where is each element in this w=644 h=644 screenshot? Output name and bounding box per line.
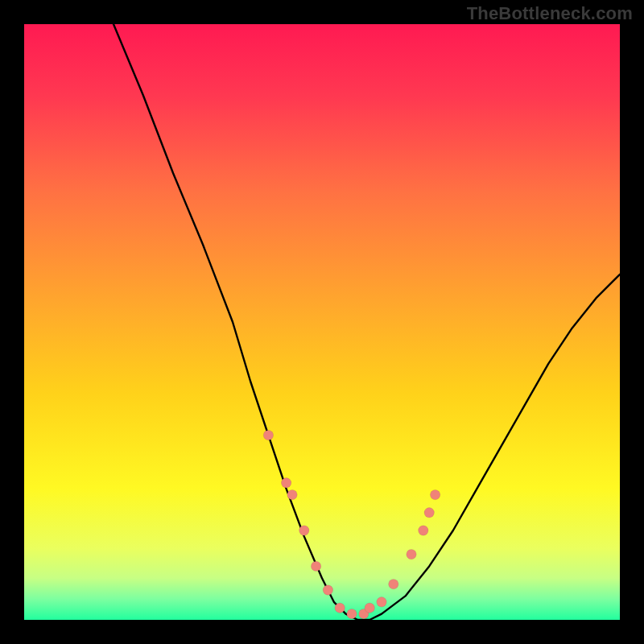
svg-point-17 xyxy=(430,489,440,499)
svg-point-12 xyxy=(377,597,386,607)
svg-point-16 xyxy=(424,508,434,518)
svg-point-4 xyxy=(287,489,297,499)
svg-point-3 xyxy=(281,478,291,488)
svg-point-2 xyxy=(263,430,273,440)
svg-point-15 xyxy=(419,526,428,535)
svg-point-14 xyxy=(407,549,416,559)
watermark-text: TheBottleneck.com xyxy=(467,3,633,24)
svg-point-6 xyxy=(311,561,320,571)
svg-point-7 xyxy=(323,585,332,595)
svg-point-11 xyxy=(365,603,374,613)
svg-point-9 xyxy=(347,609,357,618)
svg-point-8 xyxy=(335,603,345,613)
bottleneck-chart xyxy=(0,0,644,644)
chart-stage: TheBottleneck.com xyxy=(0,0,644,644)
svg-point-5 xyxy=(299,526,309,535)
svg-point-13 xyxy=(389,579,398,588)
svg-rect-1 xyxy=(24,24,620,620)
